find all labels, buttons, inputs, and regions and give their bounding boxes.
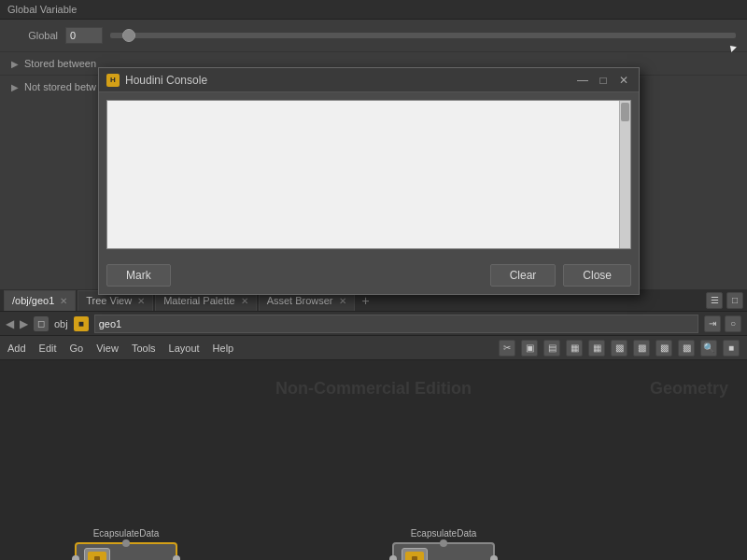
toolbar-layout1[interactable]: ▩ [611, 340, 627, 357]
path-input[interactable] [94, 315, 698, 333]
toolbar-layout3[interactable]: ▩ [655, 340, 672, 357]
node2-icon-inner [405, 552, 424, 560]
toolbar-paste[interactable]: ▤ [543, 340, 560, 357]
dialog-maximize-button[interactable]: □ [596, 74, 611, 87]
toolbar-layout2[interactable]: ▩ [633, 340, 650, 357]
tab-label-asset-browser: Asset Browser [267, 295, 333, 306]
menu-layout[interactable]: Layout [169, 343, 200, 354]
clear-button[interactable]: Clear [490, 264, 557, 287]
toolbar-cut[interactable]: ✂ [499, 340, 515, 357]
node2-icon [402, 548, 428, 560]
menu-edit[interactable]: Edit [39, 343, 57, 354]
tab-bar-right: ☰ □ [706, 292, 743, 309]
mark-button[interactable]: Mark [106, 264, 171, 287]
geo-icon: ■ [74, 316, 89, 331]
dialog-title-text: Houdini Console [125, 74, 570, 87]
close-button[interactable]: Close [563, 264, 631, 287]
arrow-icon-2: ▶ [11, 82, 19, 92]
node-editor: /obj/geo1 ✕ Tree View ✕ Material Palette… [0, 289, 747, 560]
toolbar-icons: ✂ ▣ ▤ ▦ ▦ ▩ ▩ ▩ ▩ 🔍 ■ [499, 340, 740, 357]
global-label: Global [11, 30, 58, 41]
menu-tools[interactable]: Tools [132, 343, 156, 354]
tab-close-3[interactable]: ✕ [339, 296, 346, 306]
node2-connector-left[interactable] [389, 555, 397, 560]
console-output[interactable] [106, 100, 631, 249]
node2-connector-top[interactable] [440, 539, 447, 547]
watermark-right: Geometry [650, 379, 728, 399]
tab-label-tree-view: Tree View [86, 295, 132, 306]
menu-help[interactable]: Help [213, 343, 234, 354]
menu-add[interactable]: Add [7, 343, 26, 354]
tab-bar-icon-1[interactable]: ☰ [706, 292, 723, 309]
panel-title: Global Variable [0, 0, 747, 20]
menu-go[interactable]: Go [70, 343, 84, 354]
menu-view[interactable]: View [96, 343, 119, 354]
toolbar-grid1[interactable]: ▦ [566, 340, 583, 357]
node-item-2[interactable]: EcapsulateData GLOBAL_2 🔒 [392, 528, 495, 560]
global-row: Global [0, 20, 747, 51]
node1-box[interactable] [75, 542, 177, 560]
obj-icon: ◻ [34, 316, 49, 331]
console-scrollbar-thumb [621, 103, 629, 121]
tab-label-material-palette: Material Palette [163, 295, 234, 306]
node2-icon-dot [412, 556, 417, 560]
menu-bar: Add Edit Go View Tools Layout Help ✂ ▣ ▤… [0, 336, 747, 360]
stored-label: Stored between [24, 58, 96, 69]
node2-connector-right[interactable] [490, 555, 498, 560]
dialog-titlebar: H Houdini Console — □ ✕ [99, 68, 639, 92]
houdini-console-dialog[interactable]: H Houdini Console — □ ✕ Mark Clear Close [98, 67, 640, 295]
path-bar: ◀ ▶ ◻ obj ■ ⇥ ○ [0, 312, 747, 336]
dialog-close-x-button[interactable]: ✕ [616, 74, 631, 87]
dialog-content [99, 92, 639, 257]
node1-icon [84, 548, 110, 560]
dialog-buttons: Mark Clear Close [99, 257, 639, 294]
path-home-icon[interactable]: ○ [725, 315, 741, 332]
toolbar-copy[interactable]: ▣ [521, 340, 538, 357]
not-stored-label: Not stored betw [24, 81, 96, 92]
tab-close-1[interactable]: ✕ [137, 296, 145, 306]
global-input[interactable] [65, 27, 103, 44]
tab-close-0[interactable]: ✕ [60, 296, 67, 306]
node1-connector-right[interactable] [173, 555, 180, 560]
nav-forward[interactable]: ▶ [20, 317, 28, 330]
toolbar-fit[interactable]: ■ [723, 340, 740, 357]
node1-icon-inner [88, 552, 106, 560]
tab-close-2[interactable]: ✕ [241, 296, 248, 306]
node1-connector-left[interactable] [72, 555, 79, 560]
node-item-1[interactable]: EcapsulateData GLOBAL_1 🔒 [75, 528, 177, 560]
toolbar-zoom[interactable]: 🔍 [700, 340, 717, 357]
node1-connector-top[interactable] [122, 539, 130, 547]
node2-box[interactable] [392, 542, 495, 560]
global-slider-thumb [122, 29, 135, 42]
tab-obj-geo1[interactable]: /obj/geo1 ✕ [4, 290, 76, 311]
path-bar-right: ⇥ ○ [704, 315, 741, 332]
global-slider-track[interactable] [110, 33, 736, 38]
console-scrollbar[interactable] [619, 101, 630, 248]
path-pin-icon[interactable]: ⇥ [704, 315, 721, 332]
dialog-title-icon: H [106, 74, 120, 87]
toolbar-layout4[interactable]: ▩ [678, 340, 695, 357]
watermark: Non-Commercial Edition [275, 379, 472, 399]
node1-label-top: EcapsulateData [93, 528, 160, 539]
toolbar-grid2[interactable]: ▦ [588, 340, 605, 357]
tab-bar-icon-2[interactable]: □ [726, 292, 743, 309]
path-obj: obj [54, 318, 68, 329]
dialog-right-buttons: Clear Close [490, 264, 631, 287]
node1-icon-dot [94, 556, 100, 560]
nav-back[interactable]: ◀ [6, 317, 14, 330]
arrow-icon: ▶ [11, 59, 19, 69]
dialog-minimize-button[interactable]: — [575, 74, 590, 87]
node2-label-top: EcapsulateData [411, 528, 477, 539]
tab-label-obj-geo1: /obj/geo1 [12, 295, 54, 306]
canvas-area[interactable]: Non-Commercial Edition Geometry Ecapsula… [0, 360, 747, 560]
